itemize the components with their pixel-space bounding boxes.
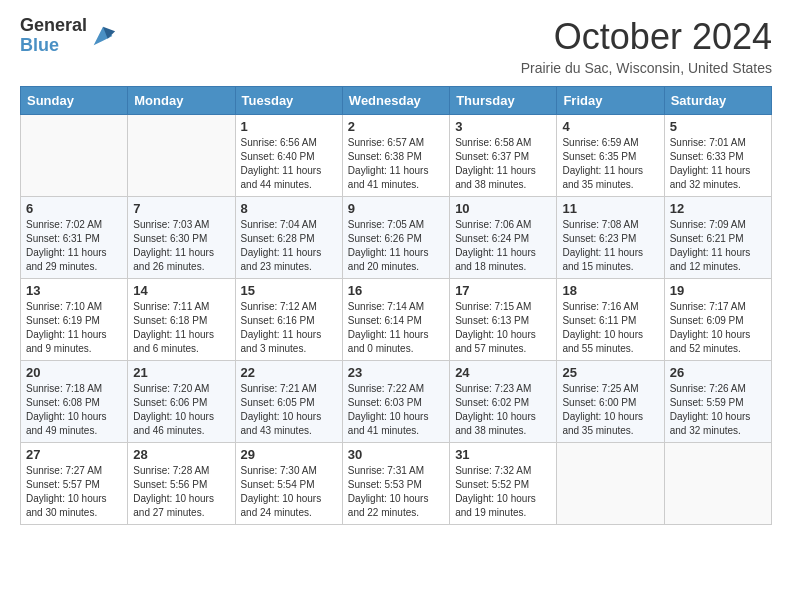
day-number: 18: [562, 283, 658, 298]
day-number: 23: [348, 365, 444, 380]
day-number: 10: [455, 201, 551, 216]
day-number: 4: [562, 119, 658, 134]
day-cell: [21, 115, 128, 197]
day-cell: 14Sunrise: 7:11 AMSunset: 6:18 PMDayligh…: [128, 279, 235, 361]
day-number: 9: [348, 201, 444, 216]
weekday-header-sunday: Sunday: [21, 87, 128, 115]
day-info: Sunrise: 7:28 AMSunset: 5:56 PMDaylight:…: [133, 464, 229, 520]
day-cell: 8Sunrise: 7:04 AMSunset: 6:28 PMDaylight…: [235, 197, 342, 279]
day-cell: 13Sunrise: 7:10 AMSunset: 6:19 PMDayligh…: [21, 279, 128, 361]
day-number: 11: [562, 201, 658, 216]
day-number: 5: [670, 119, 766, 134]
day-cell: 26Sunrise: 7:26 AMSunset: 5:59 PMDayligh…: [664, 361, 771, 443]
weekday-header-thursday: Thursday: [450, 87, 557, 115]
day-number: 2: [348, 119, 444, 134]
day-number: 31: [455, 447, 551, 462]
day-info: Sunrise: 6:59 AMSunset: 6:35 PMDaylight:…: [562, 136, 658, 192]
day-cell: 19Sunrise: 7:17 AMSunset: 6:09 PMDayligh…: [664, 279, 771, 361]
day-cell: 28Sunrise: 7:28 AMSunset: 5:56 PMDayligh…: [128, 443, 235, 525]
weekday-header-friday: Friday: [557, 87, 664, 115]
logo-text: General Blue: [20, 16, 87, 56]
week-row-3: 13Sunrise: 7:10 AMSunset: 6:19 PMDayligh…: [21, 279, 772, 361]
day-number: 6: [26, 201, 122, 216]
day-number: 28: [133, 447, 229, 462]
day-number: 22: [241, 365, 337, 380]
day-number: 15: [241, 283, 337, 298]
day-info: Sunrise: 7:14 AMSunset: 6:14 PMDaylight:…: [348, 300, 444, 356]
day-cell: [128, 115, 235, 197]
week-row-4: 20Sunrise: 7:18 AMSunset: 6:08 PMDayligh…: [21, 361, 772, 443]
day-info: Sunrise: 7:09 AMSunset: 6:21 PMDaylight:…: [670, 218, 766, 274]
day-cell: [557, 443, 664, 525]
page: General Blue October 2024 Prairie du Sac…: [0, 0, 792, 541]
day-info: Sunrise: 7:03 AMSunset: 6:30 PMDaylight:…: [133, 218, 229, 274]
weekday-header-row: SundayMondayTuesdayWednesdayThursdayFrid…: [21, 87, 772, 115]
weekday-header-wednesday: Wednesday: [342, 87, 449, 115]
day-number: 17: [455, 283, 551, 298]
day-info: Sunrise: 7:30 AMSunset: 5:54 PMDaylight:…: [241, 464, 337, 520]
day-info: Sunrise: 7:15 AMSunset: 6:13 PMDaylight:…: [455, 300, 551, 356]
day-info: Sunrise: 7:23 AMSunset: 6:02 PMDaylight:…: [455, 382, 551, 438]
day-cell: 11Sunrise: 7:08 AMSunset: 6:23 PMDayligh…: [557, 197, 664, 279]
day-cell: 24Sunrise: 7:23 AMSunset: 6:02 PMDayligh…: [450, 361, 557, 443]
day-info: Sunrise: 7:05 AMSunset: 6:26 PMDaylight:…: [348, 218, 444, 274]
day-number: 20: [26, 365, 122, 380]
day-cell: 12Sunrise: 7:09 AMSunset: 6:21 PMDayligh…: [664, 197, 771, 279]
day-cell: 1Sunrise: 6:56 AMSunset: 6:40 PMDaylight…: [235, 115, 342, 197]
day-cell: 6Sunrise: 7:02 AMSunset: 6:31 PMDaylight…: [21, 197, 128, 279]
header: General Blue October 2024 Prairie du Sac…: [20, 16, 772, 76]
logo: General Blue: [20, 16, 117, 56]
day-info: Sunrise: 7:27 AMSunset: 5:57 PMDaylight:…: [26, 464, 122, 520]
day-info: Sunrise: 7:25 AMSunset: 6:00 PMDaylight:…: [562, 382, 658, 438]
day-info: Sunrise: 7:08 AMSunset: 6:23 PMDaylight:…: [562, 218, 658, 274]
day-cell: 25Sunrise: 7:25 AMSunset: 6:00 PMDayligh…: [557, 361, 664, 443]
day-cell: 30Sunrise: 7:31 AMSunset: 5:53 PMDayligh…: [342, 443, 449, 525]
day-number: 21: [133, 365, 229, 380]
day-cell: 31Sunrise: 7:32 AMSunset: 5:52 PMDayligh…: [450, 443, 557, 525]
day-cell: 10Sunrise: 7:06 AMSunset: 6:24 PMDayligh…: [450, 197, 557, 279]
day-info: Sunrise: 7:20 AMSunset: 6:06 PMDaylight:…: [133, 382, 229, 438]
logo-general: General: [20, 16, 87, 36]
day-cell: 18Sunrise: 7:16 AMSunset: 6:11 PMDayligh…: [557, 279, 664, 361]
day-info: Sunrise: 7:11 AMSunset: 6:18 PMDaylight:…: [133, 300, 229, 356]
day-cell: 3Sunrise: 6:58 AMSunset: 6:37 PMDaylight…: [450, 115, 557, 197]
day-info: Sunrise: 7:21 AMSunset: 6:05 PMDaylight:…: [241, 382, 337, 438]
day-info: Sunrise: 7:32 AMSunset: 5:52 PMDaylight:…: [455, 464, 551, 520]
day-info: Sunrise: 7:01 AMSunset: 6:33 PMDaylight:…: [670, 136, 766, 192]
day-cell: 21Sunrise: 7:20 AMSunset: 6:06 PMDayligh…: [128, 361, 235, 443]
day-info: Sunrise: 7:26 AMSunset: 5:59 PMDaylight:…: [670, 382, 766, 438]
day-number: 29: [241, 447, 337, 462]
day-number: 25: [562, 365, 658, 380]
day-number: 12: [670, 201, 766, 216]
day-info: Sunrise: 6:58 AMSunset: 6:37 PMDaylight:…: [455, 136, 551, 192]
calendar-table: SundayMondayTuesdayWednesdayThursdayFrid…: [20, 86, 772, 525]
week-row-5: 27Sunrise: 7:27 AMSunset: 5:57 PMDayligh…: [21, 443, 772, 525]
day-cell: 17Sunrise: 7:15 AMSunset: 6:13 PMDayligh…: [450, 279, 557, 361]
day-cell: 9Sunrise: 7:05 AMSunset: 6:26 PMDaylight…: [342, 197, 449, 279]
day-cell: 4Sunrise: 6:59 AMSunset: 6:35 PMDaylight…: [557, 115, 664, 197]
day-cell: 20Sunrise: 7:18 AMSunset: 6:08 PMDayligh…: [21, 361, 128, 443]
day-number: 27: [26, 447, 122, 462]
day-number: 14: [133, 283, 229, 298]
location: Prairie du Sac, Wisconsin, United States: [521, 60, 772, 76]
logo-blue: Blue: [20, 36, 87, 56]
month-title: October 2024: [521, 16, 772, 58]
day-info: Sunrise: 6:57 AMSunset: 6:38 PMDaylight:…: [348, 136, 444, 192]
day-number: 13: [26, 283, 122, 298]
week-row-2: 6Sunrise: 7:02 AMSunset: 6:31 PMDaylight…: [21, 197, 772, 279]
logo-bird-icon: [89, 22, 117, 50]
day-cell: 22Sunrise: 7:21 AMSunset: 6:05 PMDayligh…: [235, 361, 342, 443]
day-number: 7: [133, 201, 229, 216]
day-number: 30: [348, 447, 444, 462]
day-number: 1: [241, 119, 337, 134]
day-info: Sunrise: 6:56 AMSunset: 6:40 PMDaylight:…: [241, 136, 337, 192]
day-info: Sunrise: 7:17 AMSunset: 6:09 PMDaylight:…: [670, 300, 766, 356]
day-info: Sunrise: 7:16 AMSunset: 6:11 PMDaylight:…: [562, 300, 658, 356]
week-row-1: 1Sunrise: 6:56 AMSunset: 6:40 PMDaylight…: [21, 115, 772, 197]
weekday-header-saturday: Saturday: [664, 87, 771, 115]
weekday-header-tuesday: Tuesday: [235, 87, 342, 115]
day-number: 19: [670, 283, 766, 298]
day-info: Sunrise: 7:04 AMSunset: 6:28 PMDaylight:…: [241, 218, 337, 274]
day-cell: 27Sunrise: 7:27 AMSunset: 5:57 PMDayligh…: [21, 443, 128, 525]
day-number: 26: [670, 365, 766, 380]
